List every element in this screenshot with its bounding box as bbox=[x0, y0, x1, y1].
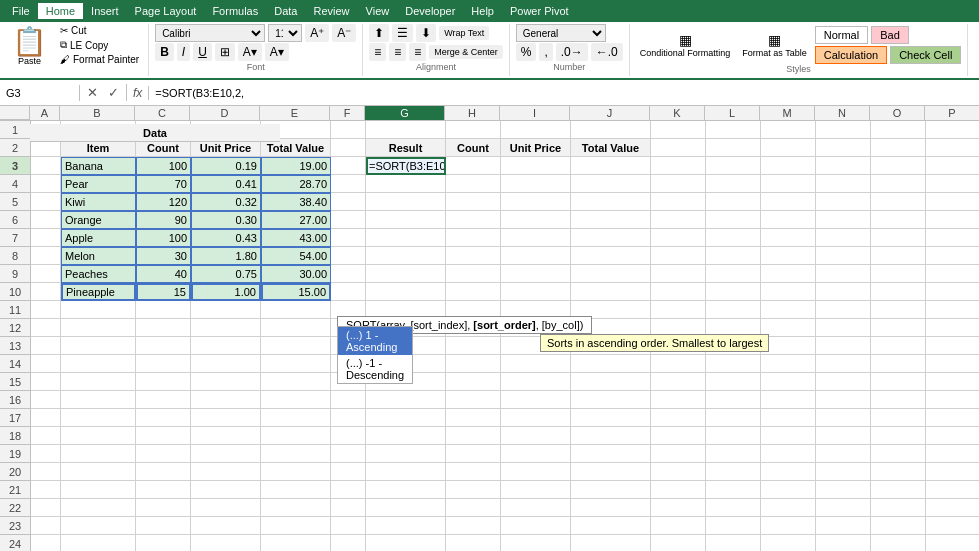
function-wizard-icon[interactable]: fx bbox=[127, 86, 149, 100]
cell-M4[interactable] bbox=[761, 175, 816, 193]
cell-G6[interactable] bbox=[366, 211, 446, 229]
row-num-10[interactable]: 10 bbox=[0, 283, 30, 301]
cell-C6[interactable]: 90 bbox=[136, 211, 191, 229]
cell-C1[interactable] bbox=[136, 121, 191, 139]
font-name-select[interactable]: Calibri bbox=[155, 24, 265, 42]
cell-L24[interactable] bbox=[706, 535, 761, 551]
cell-E5[interactable]: 38.40 bbox=[261, 193, 331, 211]
cell-I24[interactable] bbox=[501, 535, 571, 551]
cell-I15[interactable] bbox=[501, 373, 571, 391]
cell-A7[interactable] bbox=[31, 229, 61, 247]
cell-A23[interactable] bbox=[31, 517, 61, 535]
align-top-button[interactable]: ⬆ bbox=[369, 24, 389, 42]
cell-O19[interactable] bbox=[871, 445, 926, 463]
row-num-7[interactable]: 7 bbox=[0, 229, 30, 247]
cell-D20[interactable] bbox=[191, 463, 261, 481]
row-num-24[interactable]: 24 bbox=[0, 535, 30, 551]
col-header-G[interactable]: G bbox=[365, 106, 445, 120]
cell-D1[interactable] bbox=[191, 121, 261, 139]
conditional-formatting-button[interactable]: ▦ Conditional Formatting bbox=[636, 30, 735, 60]
cell-A12[interactable] bbox=[31, 319, 61, 337]
cell-E11[interactable] bbox=[261, 301, 331, 319]
cell-M5[interactable] bbox=[761, 193, 816, 211]
row-num-8[interactable]: 8 bbox=[0, 247, 30, 265]
cell-K24[interactable] bbox=[651, 535, 706, 551]
cell-G18[interactable] bbox=[366, 427, 446, 445]
font-shrink-button[interactable]: A⁻ bbox=[332, 24, 356, 42]
cell-H7[interactable] bbox=[446, 229, 501, 247]
row-num-23[interactable]: 23 bbox=[0, 517, 30, 535]
cell-D7[interactable]: 0.43 bbox=[191, 229, 261, 247]
cell-E13[interactable] bbox=[261, 337, 331, 355]
col-header-N[interactable]: N bbox=[815, 106, 870, 120]
cell-K17[interactable] bbox=[651, 409, 706, 427]
cell-K19[interactable] bbox=[651, 445, 706, 463]
cell-F3[interactable] bbox=[331, 157, 366, 175]
cell-L11[interactable] bbox=[706, 301, 761, 319]
cell-G10[interactable] bbox=[366, 283, 446, 301]
cell-P22[interactable] bbox=[926, 499, 979, 517]
cell-I20[interactable] bbox=[501, 463, 571, 481]
cell-E23[interactable] bbox=[261, 517, 331, 535]
cell-L23[interactable] bbox=[706, 517, 761, 535]
cell-M16[interactable] bbox=[761, 391, 816, 409]
cell-K5[interactable] bbox=[651, 193, 706, 211]
col-header-I[interactable]: I bbox=[500, 106, 570, 120]
cell-D4[interactable]: 0.41 bbox=[191, 175, 261, 193]
menu-developer[interactable]: Developer bbox=[397, 3, 463, 19]
cell-O22[interactable] bbox=[871, 499, 926, 517]
cell-C19[interactable] bbox=[136, 445, 191, 463]
cell-E12[interactable] bbox=[261, 319, 331, 337]
cell-G17[interactable] bbox=[366, 409, 446, 427]
font-size-select[interactable]: 11 bbox=[268, 24, 302, 42]
cell-M24[interactable] bbox=[761, 535, 816, 551]
cell-P5[interactable] bbox=[926, 193, 979, 211]
cell-P16[interactable] bbox=[926, 391, 979, 409]
cancel-formula-icon[interactable]: ✕ bbox=[84, 84, 101, 101]
cell-B15[interactable] bbox=[61, 373, 136, 391]
align-middle-button[interactable]: ☰ bbox=[392, 24, 413, 42]
cell-L6[interactable] bbox=[706, 211, 761, 229]
cell-F1[interactable] bbox=[331, 121, 366, 139]
cell-A15[interactable] bbox=[31, 373, 61, 391]
cell-D14[interactable] bbox=[191, 355, 261, 373]
cell-I6[interactable] bbox=[501, 211, 571, 229]
cell-H9[interactable] bbox=[446, 265, 501, 283]
align-left-button[interactable]: ≡ bbox=[369, 43, 386, 61]
align-right-button[interactable]: ≡ bbox=[409, 43, 426, 61]
cell-E6[interactable]: 27.00 bbox=[261, 211, 331, 229]
cell-J3[interactable] bbox=[571, 157, 651, 175]
cell-H10[interactable] bbox=[446, 283, 501, 301]
cell-F10[interactable] bbox=[331, 283, 366, 301]
cell-J22[interactable] bbox=[571, 499, 651, 517]
cell-P6[interactable] bbox=[926, 211, 979, 229]
cell-E17[interactable] bbox=[261, 409, 331, 427]
cell-M8[interactable] bbox=[761, 247, 816, 265]
cell-M9[interactable] bbox=[761, 265, 816, 283]
cell-F8[interactable] bbox=[331, 247, 366, 265]
row-num-22[interactable]: 22 bbox=[0, 499, 30, 517]
cell-D24[interactable] bbox=[191, 535, 261, 551]
cell-E10[interactable]: 15.00 bbox=[261, 283, 331, 301]
cell-E2[interactable]: Total Value bbox=[261, 139, 331, 157]
cell-I16[interactable] bbox=[501, 391, 571, 409]
cell-M15[interactable] bbox=[761, 373, 816, 391]
cell-A14[interactable] bbox=[31, 355, 61, 373]
cell-L16[interactable] bbox=[706, 391, 761, 409]
comma-button[interactable]: , bbox=[539, 43, 552, 61]
italic-button[interactable]: I bbox=[177, 43, 190, 61]
cell-A22[interactable] bbox=[31, 499, 61, 517]
cell-M23[interactable] bbox=[761, 517, 816, 535]
cell-J7[interactable] bbox=[571, 229, 651, 247]
cell-O18[interactable] bbox=[871, 427, 926, 445]
bad-style[interactable]: Bad bbox=[871, 26, 909, 44]
cell-M18[interactable] bbox=[761, 427, 816, 445]
cell-E18[interactable] bbox=[261, 427, 331, 445]
cell-G4[interactable] bbox=[366, 175, 446, 193]
calculation-style[interactable]: Calculation bbox=[815, 46, 887, 64]
cell-B9[interactable]: Peaches bbox=[61, 265, 136, 283]
cell-O13[interactable] bbox=[871, 337, 926, 355]
cell-C10[interactable]: 15 bbox=[136, 283, 191, 301]
cell-M13[interactable] bbox=[761, 337, 816, 355]
cell-F6[interactable] bbox=[331, 211, 366, 229]
